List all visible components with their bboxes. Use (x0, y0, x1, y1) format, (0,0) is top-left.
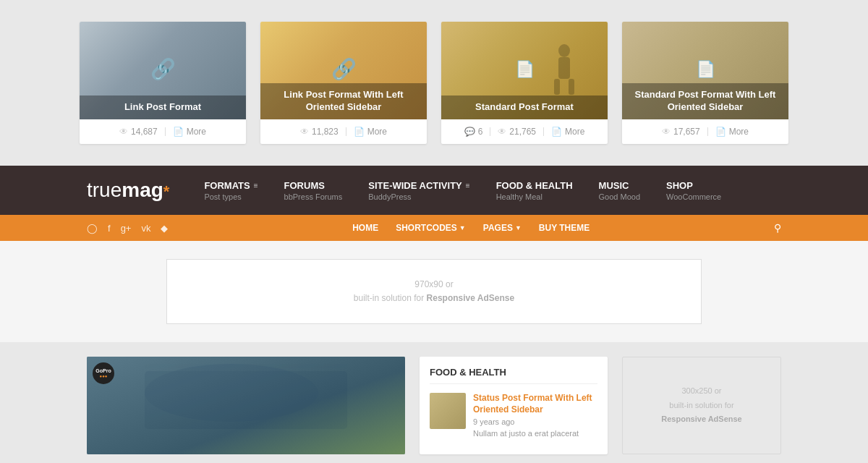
nav-shop-sub: WooCommerce (666, 192, 721, 201)
bottom-section: GoPro ●●● FOOD & HEALTH Status Post Form… (0, 342, 868, 463)
card-2-more[interactable]: 📄 More (354, 127, 387, 137)
nav-activity-label: SITE-WIDE ACTIVITY (368, 180, 462, 191)
bottom-ad-line2: built-in solution for (669, 399, 733, 413)
card-3-icon: 📄 (515, 60, 535, 79)
card-3-title: Standard Post Format (475, 101, 574, 112)
nav-item-music[interactable]: MUSIC Good Mood (586, 166, 653, 215)
card-2-views: 👁 11,823 (300, 127, 339, 137)
facebook-icon[interactable]: f (108, 223, 111, 234)
nav-item-shop[interactable]: SHOP WooCommerce (653, 166, 734, 215)
social-icons: ◯ f g+ vk ◆ (87, 223, 168, 234)
nav-formats-label: FORMATS (204, 180, 250, 191)
doc-icon: 📄 (354, 127, 365, 137)
bottom-ad: 300x250 or built-in solution for Respons… (622, 357, 781, 454)
nav-item-activity[interactable]: SITE-WIDE ACTIVITY ≡ BuddyPress (355, 166, 482, 215)
nav-items: FORMATS ≡ Post types FORUMS bbPress Foru… (191, 166, 781, 215)
food-item-text: Status Post Format With Left Oriented Si… (473, 393, 597, 440)
ad-line2: built-in solution for Responsive AdSense (354, 292, 514, 305)
nav-forums-label: FORUMS (284, 180, 325, 191)
nav-forums-sub: bbPress Forums (284, 192, 343, 201)
card-4-title: Standard Post Format With Left Oriented … (635, 89, 776, 112)
svg-rect-1 (558, 57, 570, 79)
nav-item-forums[interactable]: FORUMS bbPress Forums (271, 166, 356, 215)
orange-nav: HOME SHORTCODES ▼ PAGES ▼ BUY THEME (345, 223, 597, 233)
card-1-overlay: Link Post Format (80, 95, 246, 119)
nav-food-label: FOOD & HEALTH (496, 180, 573, 191)
twitter-icon[interactable]: ◆ (161, 223, 168, 234)
food-item-time: 9 years ago (473, 417, 597, 426)
bottom-ad-line1: 300x250 or (681, 384, 721, 399)
doc-icon: 📄 (551, 127, 562, 137)
doc-icon: 📄 (173, 127, 184, 137)
card-1-footer: 👁 14,687 📄 More (80, 119, 246, 144)
svg-rect-3 (569, 79, 574, 95)
navbar: truemag* FORMATS ≡ Post types FORUMS bbP… (0, 166, 868, 215)
food-thumb (430, 393, 466, 429)
shortcodes-dropdown-icon: ▼ (459, 224, 466, 232)
search-icon[interactable]: ⚲ (774, 222, 781, 234)
main-photo: GoPro ●●● (87, 357, 405, 454)
footer-divider (490, 127, 490, 136)
eye-icon: 👁 (119, 127, 128, 137)
food-item: Status Post Format With Left Oriented Si… (430, 393, 597, 440)
food-item-desc: Nullam at justo a erat placerat (473, 428, 597, 439)
card-3-more[interactable]: 📄 More (551, 127, 584, 137)
nav-shortcodes[interactable]: SHORTCODES ▼ (388, 223, 473, 233)
rss-icon[interactable]: ◯ (87, 223, 98, 234)
card-1-image: 🔗 Link Post Format (80, 22, 246, 119)
footer-divider (543, 127, 544, 136)
silhouette-decoration (542, 40, 586, 98)
doc-icon: 📄 (715, 127, 726, 137)
card-2-footer: 👁 11,823 📄 More (260, 119, 427, 144)
card-2-title: Link Post Format With Left Oriented Side… (284, 89, 403, 112)
logo-mag: mag (122, 179, 163, 202)
card-2-overlay: Link Post Format With Left Oriented Side… (260, 83, 427, 119)
footer-divider (346, 127, 346, 136)
card-3-views: 👁 21,765 (498, 127, 536, 137)
activity-menu-icon: ≡ (466, 182, 470, 190)
vk-icon[interactable]: vk (141, 223, 150, 234)
footer-divider (165, 127, 166, 136)
logo-true: true (87, 179, 122, 202)
card-3-comments: 💬 6 (464, 127, 483, 137)
card-3-image: 📄 Standard Post Format (441, 22, 608, 119)
card-4-more[interactable]: 📄 More (715, 127, 749, 137)
pages-dropdown-icon: ▼ (515, 224, 522, 232)
card-4-footer: 👁 17,657 📄 More (622, 119, 788, 144)
logo[interactable]: truemag* (87, 179, 169, 202)
eye-icon: 👁 (300, 127, 309, 137)
card-link-post: 🔗 Link Post Format 👁 14,687 📄 More (80, 22, 246, 144)
nav-item-formats[interactable]: FORMATS ≡ Post types (191, 166, 271, 215)
formats-menu-icon: ≡ (254, 182, 258, 190)
nav-pages[interactable]: PAGES ▼ (476, 223, 529, 233)
eye-icon: 👁 (662, 127, 671, 137)
nav-home[interactable]: HOME (345, 223, 386, 233)
card-2-image: 🔗 Link Post Format With Left Oriented Si… (260, 22, 427, 119)
card-1-more[interactable]: 📄 More (173, 127, 206, 137)
card-4-overlay: Standard Post Format With Left Oriented … (622, 83, 788, 119)
card-1-icon: 🔗 (150, 57, 176, 81)
card-4-image: 📄 Standard Post Format With Left Oriente… (622, 22, 788, 119)
nav-item-food[interactable]: FOOD & HEALTH Healthy Meal (483, 166, 586, 215)
photo-decoration (87, 357, 405, 454)
card-link-post-sidebar: 🔗 Link Post Format With Left Oriented Si… (260, 22, 427, 144)
card-standard-post-sidebar: 📄 Standard Post Format With Left Oriente… (622, 22, 788, 144)
footer-divider (707, 127, 708, 136)
ad-section: 970x90 or built-in solution for Responsi… (0, 241, 868, 342)
orange-bar: ◯ f g+ vk ◆ HOME SHORTCODES ▼ PAGES ▼ BU… (0, 215, 868, 241)
food-item-link[interactable]: Status Post Format With Left Oriented Si… (473, 393, 597, 415)
nav-shop-label: SHOP (666, 180, 693, 191)
cards-section: 🔗 Link Post Format 👁 14,687 📄 More 🔗 (0, 0, 868, 166)
nav-buy-theme[interactable]: BUY THEME (532, 223, 597, 233)
nav-music-sub: Good Mood (599, 192, 640, 201)
nav-formats-sub: Post types (204, 192, 258, 201)
comment-icon: 💬 (464, 127, 475, 137)
nav-activity-sub: BuddyPress (368, 192, 469, 201)
card-4-icon: 📄 (696, 60, 715, 79)
food-section-title: FOOD & HEALTH (430, 367, 597, 384)
google-plus-icon[interactable]: g+ (121, 223, 132, 234)
card-3-overlay: Standard Post Format (441, 95, 608, 119)
svg-rect-5 (145, 371, 347, 429)
card-3-footer: 💬 6 👁 21,765 📄 More (441, 119, 608, 144)
bottom-ad-line3: Responsive AdSense (661, 412, 741, 427)
